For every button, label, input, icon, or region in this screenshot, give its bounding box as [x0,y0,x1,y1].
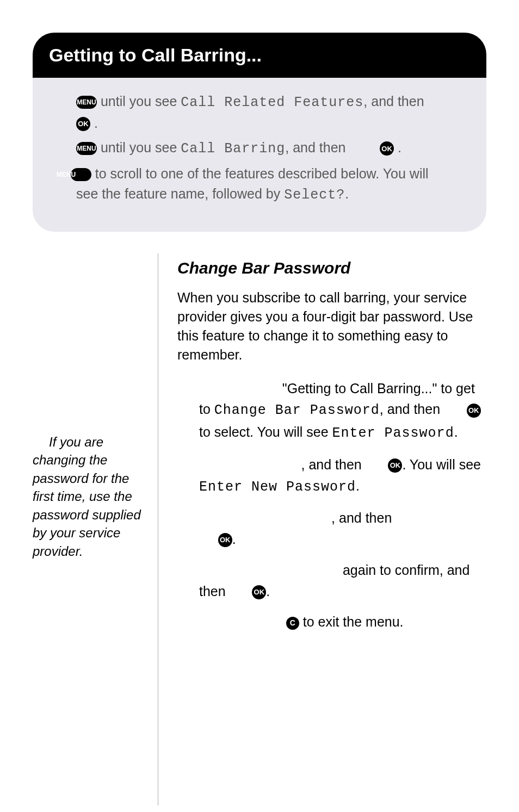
text: . [232,531,236,547]
ok-icon: OK [388,458,402,473]
text: . [94,115,98,131]
text: . [398,140,401,155]
c-icon: C [286,617,299,630]
text: . [266,584,270,599]
text: to scroll to one of the features describ… [76,166,429,202]
text: to select. You will see [199,424,332,439]
text: to exit the menu. [299,614,404,629]
text: . [356,478,360,493]
text: , and then [285,140,345,155]
step-3: , and then OK. [199,507,486,550]
section-title: Change Bar Password [177,259,486,277]
main-content: If you are changing the password for the… [33,253,486,806]
text: . You will see [402,457,481,472]
text: . [454,424,458,439]
card-body: MENU until you see Call Related Features… [33,78,486,215]
step-1: "Getting to Call Barring..." to get to C… [199,378,486,444]
card-title: Getting to Call Barring... [33,33,486,78]
ok-icon: OK [380,141,394,156]
ok-icon: OK [218,533,232,547]
text: . [345,186,349,201]
text: until you see [101,140,181,155]
section-intro: When you subscribe to call barring, your… [177,288,486,364]
step-5: C to exit the menu. [199,611,486,633]
step-2: , and then OK. You will see Enter New Pa… [199,454,486,498]
menu-icon: MENU [71,168,91,181]
instruction-line-2: MENU until you see Call Barring, and the… [76,138,454,159]
text: until you see [101,94,181,109]
content-column: Change Bar Password When you subscribe t… [158,253,486,806]
text: , and then [363,94,424,109]
lcd-text: Enter New Password [199,479,356,495]
lcd-text: Call Barring [181,141,285,157]
lcd-text: Enter Password [332,425,454,441]
ok-icon: OK [467,404,481,418]
text: , and then [301,457,366,472]
sidenote: If you are changing the password for the… [33,433,144,561]
instructions-card: Getting to Call Barring... MENU until yo… [33,33,486,232]
text: , and then [331,510,392,525]
menu-icon: MENU [76,96,97,109]
sidebar-column: If you are changing the password for the… [33,253,158,806]
text: again to confirm, and then [199,562,469,599]
instruction-line-1: MENU until you see Call Related Features… [76,91,454,133]
ok-icon: OK [252,585,266,599]
lcd-text: Change Bar Password [214,402,380,418]
instruction-line-3: MENU to scroll to one of the features de… [76,164,454,206]
lcd-text: Select? [284,187,345,203]
text: , and then [380,401,444,417]
menu-icon: MENU [76,142,97,155]
step-4: again to confirm, and then OK. [199,560,486,602]
lcd-text: Call Related Features [181,95,363,110]
ok-icon: OK [76,117,90,131]
